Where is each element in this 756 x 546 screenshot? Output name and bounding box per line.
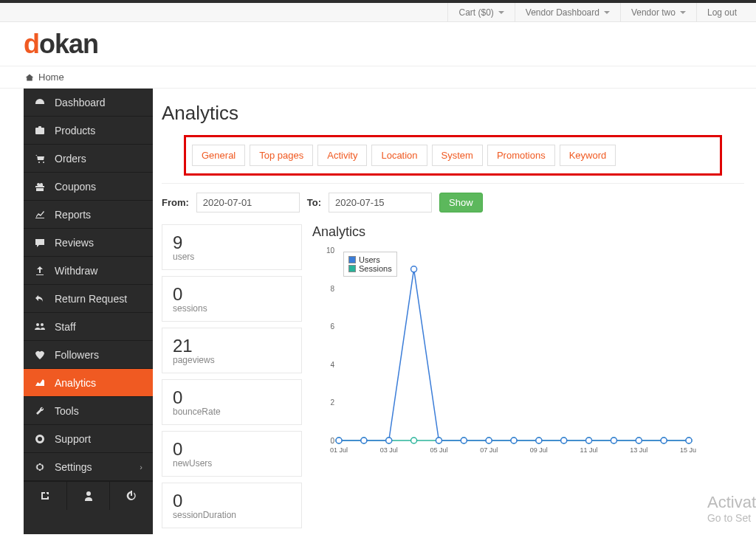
sidebar-item-withdraw[interactable]: Withdraw [24, 257, 153, 285]
tab-top-pages[interactable]: Top pages [250, 145, 313, 166]
topnav-cart-label: Cart ($0) [458, 3, 493, 22]
svg-text:4: 4 [330, 361, 334, 369]
brand-logo[interactable]: dokan [24, 29, 98, 60]
legend-swatch-users [348, 256, 356, 263]
svg-point-36 [511, 438, 517, 443]
briefcase-icon [34, 125, 46, 136]
sidebar-item-label: Tools [55, 405, 79, 417]
sidebar-bottom-external[interactable] [24, 482, 67, 510]
svg-point-34 [461, 438, 467, 443]
legend-sessions-label: Sessions [359, 264, 392, 273]
to-label: To: [307, 197, 321, 208]
show-button[interactable]: Show [439, 193, 483, 212]
sidebar-item-orders[interactable]: Orders [24, 145, 153, 173]
sidebar-item-label: Products [55, 125, 95, 136]
sidebar-item-label: Reports [55, 209, 91, 221]
topnav-vendor-two[interactable]: Vendor two [620, 3, 696, 22]
date-range-row: From: To: Show [162, 193, 744, 212]
svg-text:10: 10 [326, 246, 335, 255]
sidebar-item-analytics[interactable]: Analytics [24, 369, 153, 397]
sidebar-item-reports[interactable]: Reports [24, 201, 153, 229]
sidebar-item-label: Withdraw [55, 265, 97, 277]
svg-point-33 [436, 438, 441, 443]
sidebar-item-dashboard[interactable]: Dashboard [24, 89, 153, 117]
users-icon [34, 321, 46, 333]
upload-icon [34, 265, 46, 277]
sidebar-item-label: Analytics [55, 377, 96, 389]
tab-general[interactable]: General [192, 145, 245, 166]
tab-activity[interactable]: Activity [317, 145, 367, 166]
watermark-line2: Go to Set [707, 512, 756, 524]
chevron-down-icon [604, 11, 610, 14]
topnav-cart[interactable]: Cart ($0) [447, 3, 514, 22]
from-date-input[interactable] [196, 193, 300, 212]
topnav-vendor-dashboard[interactable]: Vendor Dashboard [515, 3, 620, 22]
to-date-input[interactable] [329, 193, 432, 212]
sidebar: DashboardProductsOrdersCouponsReportsRev… [24, 89, 153, 534]
sidebar-item-label: Return Request [55, 293, 127, 305]
svg-text:13 Jul: 13 Jul [630, 446, 647, 454]
sidebar-item-reviews[interactable]: Reviews [24, 229, 153, 257]
svg-text:07 Jul: 07 Jul [480, 446, 498, 454]
tabs-highlight-box: GeneralTop pagesActivityLocationSystemPr… [184, 135, 722, 176]
svg-point-39 [586, 438, 592, 443]
svg-point-17 [411, 438, 417, 443]
sidebar-item-label: Settings [55, 461, 92, 473]
cog-icon [34, 461, 46, 473]
topnav-logout-label: Log out [707, 3, 737, 22]
chart-legend: Users Sessions [343, 252, 397, 277]
tab-keyword[interactable]: Keyword [560, 145, 616, 166]
sidebar-item-support[interactable]: Support [24, 425, 153, 453]
svg-point-41 [636, 438, 642, 443]
sidebar-item-label: Staff [55, 321, 76, 333]
svg-text:15 Jul: 15 Jul [680, 446, 696, 454]
sidebar-item-followers[interactable]: Followers [24, 341, 153, 369]
stat-label: bounceRate [173, 407, 291, 417]
stat-box-newUsers: 0newUsers [162, 431, 302, 477]
tab-promotions[interactable]: Promotions [487, 145, 555, 166]
svg-point-38 [561, 438, 567, 443]
life-ring-icon [34, 433, 46, 445]
svg-text:6: 6 [330, 322, 334, 331]
sidebar-item-label: Followers [55, 349, 99, 361]
svg-text:05 Jul: 05 Jul [430, 446, 447, 454]
dashboard-icon [34, 97, 46, 108]
svg-point-29 [336, 438, 342, 443]
stat-value: 21 [173, 336, 291, 356]
tab-system[interactable]: System [432, 145, 483, 166]
svg-text:11 Jul: 11 Jul [580, 446, 598, 454]
cart-icon [34, 153, 46, 165]
svg-text:01 Jul: 01 Jul [330, 446, 348, 454]
gift-icon [34, 181, 46, 193]
sidebar-item-label: Orders [55, 153, 86, 165]
svg-text:2: 2 [330, 398, 334, 407]
breadcrumb-home[interactable]: Home [38, 72, 64, 83]
stat-box-sessions: 0sessions [162, 276, 302, 322]
watermark-text: Activat Go to Set [707, 493, 756, 524]
analytics-tabs: GeneralTop pagesActivityLocationSystemPr… [192, 145, 714, 166]
topnav-logout[interactable]: Log out [696, 3, 747, 22]
tab-location[interactable]: Location [371, 145, 427, 166]
legend-users-label: Users [359, 255, 380, 264]
stat-box-sessionDuration: 0sessionDuration [162, 483, 302, 528]
topnav-vendor-dashboard-label: Vendor Dashboard [526, 3, 599, 22]
sidebar-bottom-power[interactable] [110, 482, 153, 510]
svg-point-32 [411, 266, 417, 272]
sidebar-item-products[interactable]: Products [24, 117, 153, 145]
chart-title: Analytics [312, 224, 744, 240]
header: dokan [0, 22, 756, 66]
sidebar-item-return-request[interactable]: Return Request [24, 285, 153, 313]
from-label: From: [162, 197, 189, 208]
sidebar-item-coupons[interactable]: Coupons [24, 173, 153, 201]
sidebar-item-staff[interactable]: Staff [24, 313, 153, 341]
sidebar-item-settings[interactable]: Settings› [24, 453, 153, 481]
stat-value: 0 [173, 284, 291, 305]
home-icon [25, 73, 34, 82]
sidebar-item-tools[interactable]: Tools [24, 397, 153, 425]
watermark-line1: Activat [707, 493, 756, 512]
svg-point-35 [486, 438, 492, 443]
svg-point-40 [611, 438, 616, 443]
svg-point-30 [361, 438, 367, 443]
sidebar-bottom-user[interactable] [67, 482, 111, 510]
chart-area-icon [34, 377, 46, 389]
